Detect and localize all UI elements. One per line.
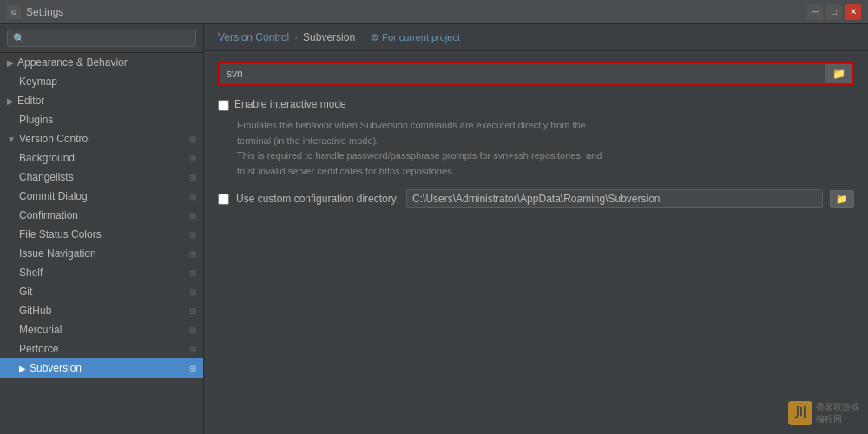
- sidebar-item-mercurial[interactable]: Mercurial ⊞: [0, 320, 203, 339]
- arrow-icon: ▶: [7, 96, 14, 106]
- sidebar-item-label: Git: [19, 286, 32, 298]
- item-icon: ⊞: [189, 345, 196, 354]
- desc-line-2: terminal (in the interactive mode).: [237, 134, 854, 149]
- watermark-line1: 香茗联游戏: [816, 401, 859, 413]
- sidebar-item-file-status-colors[interactable]: File Status Colors ⊞: [0, 225, 203, 244]
- sidebar-item-confirmation[interactable]: Confirmation ⊞: [0, 206, 203, 225]
- settings-content: 📁 Enable interactive mode Emulates the b…: [204, 51, 868, 434]
- title-bar-left: ⚙ Settings: [7, 5, 63, 19]
- sidebar-search-container: [0, 24, 203, 53]
- content-area: Version Control › Subversion ⚙ For curre…: [204, 24, 868, 434]
- sidebar-item-subversion[interactable]: ▶ Subversion ⊞: [0, 358, 203, 378]
- sidebar-item-label: Plugins: [19, 114, 53, 126]
- config-path-input[interactable]: [406, 189, 823, 208]
- item-icon: ⊞: [189, 173, 196, 182]
- sidebar-item-shelf[interactable]: Shelf ⊞: [0, 263, 203, 282]
- item-icon: ⊞: [189, 326, 196, 335]
- main-layout: ▶ Appearance & Behavior Keymap ▶ Editor …: [0, 24, 868, 434]
- sidebar-item-label: GitHub: [19, 305, 51, 317]
- sidebar-item-label: Appearance & Behavior: [17, 56, 128, 69]
- sidebar-item-plugins[interactable]: Plugins: [0, 110, 203, 129]
- item-icon: ⊞: [189, 249, 196, 259]
- sidebar-items-list: ▶ Appearance & Behavior Keymap ▶ Editor …: [0, 53, 203, 434]
- close-button[interactable]: ✕: [845, 4, 861, 20]
- minimize-button[interactable]: ─: [807, 4, 823, 20]
- sidebar-item-label: Keymap: [19, 76, 57, 88]
- project-icon: ⚙: [371, 32, 379, 43]
- sidebar-item-label: Mercurial: [19, 324, 62, 336]
- sidebar-item-editor[interactable]: ▶ Editor: [0, 91, 203, 110]
- sidebar-item-commit-dialog[interactable]: Commit Dialog ⊞: [0, 187, 203, 206]
- sidebar-item-perforce[interactable]: Perforce ⊞: [0, 339, 203, 358]
- item-icon: ⊞: [189, 287, 196, 297]
- arrow-icon: ▶: [7, 58, 14, 68]
- sidebar-item-keymap[interactable]: Keymap: [0, 72, 203, 91]
- sidebar-item-git[interactable]: Git ⊞: [0, 282, 203, 301]
- breadcrumb-project-link[interactable]: ⚙ For current project: [371, 32, 460, 43]
- item-icon: ⊞: [189, 192, 196, 201]
- window-controls: ─ □ ✕: [807, 4, 861, 20]
- item-icon: ⊞: [189, 230, 196, 240]
- sidebar-item-label: Perforce: [19, 343, 58, 355]
- svn-path-input[interactable]: [220, 63, 825, 84]
- maximize-button[interactable]: □: [826, 4, 842, 20]
- sidebar-item-label: Confirmation: [19, 209, 78, 221]
- breadcrumb-separator: ›: [294, 31, 298, 43]
- breadcrumb-project-label: For current project: [382, 32, 460, 43]
- arrow-icon: ▼: [7, 135, 16, 144]
- enable-interactive-checkbox[interactable]: [218, 100, 229, 111]
- sidebar-search-input[interactable]: [7, 30, 196, 47]
- sidebar-item-label: Subversion: [30, 362, 82, 374]
- breadcrumb-current: Subversion: [303, 31, 355, 43]
- desc-line-4: trust invalid server certificates for ht…: [237, 164, 854, 180]
- item-icon: ⊞: [189, 154, 196, 163]
- sidebar-item-label: Issue Navigation: [19, 247, 96, 260]
- sidebar-item-label: Shelf: [19, 266, 43, 279]
- title-bar: ⚙ Settings ─ □ ✕: [0, 0, 868, 24]
- sidebar-item-changelists[interactable]: Changelists ⊞: [0, 168, 203, 187]
- window-title: Settings: [26, 6, 63, 18]
- sidebar-item-background[interactable]: Background ⊞: [0, 148, 203, 168]
- use-custom-config-checkbox[interactable]: [218, 194, 229, 205]
- watermark-line2: 编程网: [816, 413, 859, 425]
- sidebar-item-label: Changelists: [19, 171, 74, 183]
- watermark: 川 香茗联游戏 编程网: [788, 401, 859, 425]
- arrow-icon: ▶: [19, 364, 26, 373]
- desc-line-3: This is required to handle password/pass…: [237, 148, 854, 164]
- watermark-text: 香茗联游戏 编程网: [816, 401, 859, 425]
- sidebar-item-label: Version Control: [19, 133, 90, 145]
- svn-path-row: 📁: [218, 62, 854, 86]
- breadcrumb-parent[interactable]: Version Control: [218, 31, 289, 43]
- sidebar-item-github[interactable]: GitHub ⊞: [0, 301, 203, 320]
- item-icon: ⊞: [189, 268, 196, 278]
- version-control-icon: ⊞: [189, 135, 196, 144]
- sidebar-item-label: Editor: [17, 95, 44, 107]
- use-custom-config-label[interactable]: Use custom configuration directory:: [236, 193, 399, 205]
- item-icon: ⊞: [189, 306, 196, 316]
- config-path-browse-button[interactable]: 📁: [830, 190, 854, 208]
- sidebar-item-label: Commit Dialog: [19, 190, 88, 202]
- sidebar: ▶ Appearance & Behavior Keymap ▶ Editor …: [0, 24, 204, 434]
- svn-path-browse-button[interactable]: 📁: [825, 64, 852, 83]
- item-icon: ⊞: [189, 364, 196, 373]
- enable-interactive-description: Emulates the behavior when Subversion co…: [218, 118, 854, 179]
- desc-line-1: Emulates the behavior when Subversion co…: [237, 118, 854, 134]
- sidebar-item-version-control[interactable]: ▼ Version Control ⊞: [0, 129, 203, 148]
- app-icon: ⚙: [7, 5, 21, 19]
- sidebar-item-appearance[interactable]: ▶ Appearance & Behavior: [0, 53, 203, 72]
- watermark-logo: 川: [788, 401, 812, 425]
- sidebar-item-label: File Status Colors: [19, 228, 102, 240]
- enable-interactive-label[interactable]: Enable interactive mode: [234, 98, 346, 110]
- sidebar-item-label: Background: [19, 152, 75, 164]
- item-icon: ⊞: [189, 211, 196, 220]
- custom-config-row: Use custom configuration directory: 📁: [218, 189, 854, 208]
- breadcrumb: Version Control › Subversion ⚙ For curre…: [204, 24, 868, 51]
- enable-interactive-row: Enable interactive mode: [218, 98, 854, 111]
- sidebar-item-issue-navigation[interactable]: Issue Navigation ⊞: [0, 244, 203, 263]
